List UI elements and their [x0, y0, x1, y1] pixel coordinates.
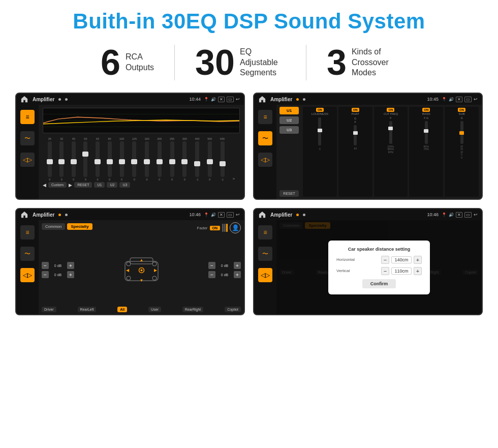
sidebar-eq-icon-3[interactable]: ≡	[20, 225, 35, 240]
status-dot-crossover2	[303, 98, 305, 101]
db-control-3: − 0 dB +	[208, 262, 241, 269]
confirm-button[interactable]: Confirm	[362, 279, 396, 288]
fader-tab-specialty[interactable]: Specialty	[67, 223, 92, 230]
eq-graph	[43, 108, 240, 133]
eq-u1-btn[interactable]: U1	[94, 182, 105, 188]
rect-icon-3: ▭	[227, 212, 234, 218]
eq-slider-630: 630 -1	[220, 137, 225, 181]
dialog-vertical-plus[interactable]: +	[414, 267, 422, 275]
eq-slider-50: 50 5	[83, 137, 87, 181]
sidebar-wave-icon-3[interactable]: 〜	[20, 247, 35, 261]
phat-on-btn[interactable]: ON	[352, 108, 359, 112]
person-icon-fader[interactable]: 👤	[230, 222, 241, 233]
device-crossover: Amplifier 10:45 📍 🔊 ✕ ▭ ↩ ≡ 〜 ◁▷	[253, 93, 483, 200]
crossover-u-buttons: U1 U2 U3 RESET	[279, 107, 299, 197]
loudness-slider[interactable]	[318, 117, 321, 145]
u1-btn[interactable]: U1	[279, 107, 299, 114]
stat-eq-number: 30	[195, 45, 235, 80]
cutfreq-slider[interactable]	[389, 121, 392, 144]
db-control-1: − 0 dB +	[42, 262, 74, 269]
db-plus-1[interactable]: +	[67, 262, 74, 269]
dialog-horizontal-plus[interactable]: +	[414, 256, 422, 264]
page-title: Buith-in 30EQ DSP Sound System	[15, 9, 483, 34]
db-minus-3[interactable]: −	[208, 262, 215, 269]
bass-on-btn[interactable]: ON	[422, 108, 430, 112]
dialog-horizontal-ctrl: − 140cm +	[381, 256, 422, 264]
x-icon-3: ✕	[218, 212, 225, 218]
db-minus-4[interactable]: −	[208, 271, 215, 278]
db-value-3: 0 dB	[217, 264, 232, 267]
bass-slider[interactable]	[425, 121, 428, 144]
stat-eq: 30 EQ AdjustableSegments	[175, 45, 306, 80]
crossover-reset-btn[interactable]: RESET	[279, 190, 299, 197]
driver-btn[interactable]: Driver	[42, 307, 56, 312]
sidebar-wave-icon-2[interactable]: 〜	[258, 131, 272, 145]
loudness-on-btn[interactable]: ON	[316, 108, 324, 112]
status-dot-fader2	[65, 214, 68, 216]
eq-u2-btn[interactable]: U2	[107, 182, 117, 188]
sub-on-btn[interactable]: ON	[458, 108, 465, 112]
fader-on-btn[interactable]: ON	[210, 226, 221, 230]
copilot-btn[interactable]: Copilot	[225, 307, 241, 312]
db-minus-1[interactable]: −	[42, 262, 49, 269]
sidebar-eq-icon-4[interactable]: ≡	[258, 225, 272, 240]
rect-icon-4: ▭	[464, 212, 472, 218]
status-bar-crossover: Amplifier 10:45 📍 🔊 ✕ ▭ ↩	[254, 94, 482, 105]
sidebar-vol-icon-4[interactable]: ◁▷	[258, 268, 272, 282]
status-icons-fader: 📍 🔊 ✕ ▭ ↩	[204, 212, 240, 218]
db-value-2: 0 dB	[51, 273, 65, 277]
phat-slider[interactable]	[354, 125, 357, 145]
eq-play-btn[interactable]: ▶	[69, 183, 72, 188]
home-icon-4[interactable]	[258, 211, 266, 219]
fader-header: Common Specialty Fader ON	[42, 222, 241, 233]
rect-icon-2: ▭	[464, 97, 472, 102]
device-fader: Amplifier 10:46 📍 🔊 ✕ ▭ ↩ ≡ 〜 ◁▷	[15, 208, 245, 315]
sidebar-vol-icon[interactable]: ◁▷	[20, 153, 35, 167]
sidebar-eq-icon[interactable]: ≡	[20, 110, 35, 124]
user-btn[interactable]: User	[148, 307, 161, 312]
svg-text:▼: ▼	[139, 278, 143, 283]
x-icon: ✕	[218, 97, 225, 102]
db-plus-3[interactable]: +	[234, 262, 241, 269]
home-icon-2[interactable]	[258, 95, 266, 103]
eq-slider-32: 32 0	[59, 137, 64, 181]
db-minus-2[interactable]: −	[42, 271, 49, 278]
sidebar-vol-icon-2[interactable]: ◁▷	[258, 153, 272, 167]
status-icons-dialog: 📍 🔊 ✕ ▭ ↩	[442, 212, 478, 218]
eq-prev-btn[interactable]: ◀	[43, 183, 46, 188]
fader-content: − 0 dB + − 0 dB +	[42, 235, 241, 305]
eq-slider-250: 250 0	[170, 137, 174, 181]
fader-tab-common[interactable]: Common	[42, 223, 65, 230]
eq-reset-btn[interactable]: RESET	[74, 182, 92, 188]
db-control-2: − 0 dB +	[42, 271, 74, 278]
db-plus-2[interactable]: +	[67, 271, 74, 278]
home-icon[interactable]	[20, 95, 28, 103]
eq-slider-100: 100 0	[119, 137, 124, 181]
eq-slider-40: 40 0	[72, 137, 76, 181]
all-btn[interactable]: All	[117, 307, 127, 312]
sidebar-vol-icon-3[interactable]: ◁▷	[20, 268, 35, 282]
eq-u3-btn[interactable]: U3	[119, 182, 130, 188]
u3-btn[interactable]: U3	[279, 126, 299, 134]
eq-slider-80: 80 0	[108, 137, 112, 181]
eq-slider-400: 400 -1	[195, 137, 199, 181]
home-icon-3[interactable]	[20, 211, 28, 219]
eq-more-icon[interactable]: »	[233, 176, 235, 181]
sidebar-eq-icon-2[interactable]: ≡	[258, 110, 272, 124]
stat-rca-number: 6	[101, 45, 120, 80]
db-plus-4[interactable]: +	[234, 271, 241, 278]
sidebar-wave-icon[interactable]: 〜	[20, 131, 35, 145]
fader-screen-wrapper: ≡ 〜 ◁▷ Common Specialty Fader ON	[16, 220, 244, 314]
sidebar-wave-icon-4[interactable]: 〜	[258, 247, 272, 261]
dialog-vertical-minus[interactable]: −	[381, 267, 389, 275]
eq-slider-125: 125 0	[132, 137, 137, 181]
rearleft-btn[interactable]: RearLeft	[78, 307, 97, 312]
svg-point-11	[127, 262, 131, 266]
fader-left-sidebar: ≡ 〜 ◁▷	[16, 220, 39, 314]
sub-slider[interactable]	[460, 121, 463, 144]
eq-slider-160: 160 0	[145, 137, 149, 181]
dialog-horizontal-minus[interactable]: −	[381, 256, 389, 264]
u2-btn[interactable]: U2	[279, 116, 299, 124]
cutfreq-on-btn[interactable]: ON	[387, 108, 394, 112]
rearright-btn[interactable]: RearRight	[182, 307, 204, 312]
